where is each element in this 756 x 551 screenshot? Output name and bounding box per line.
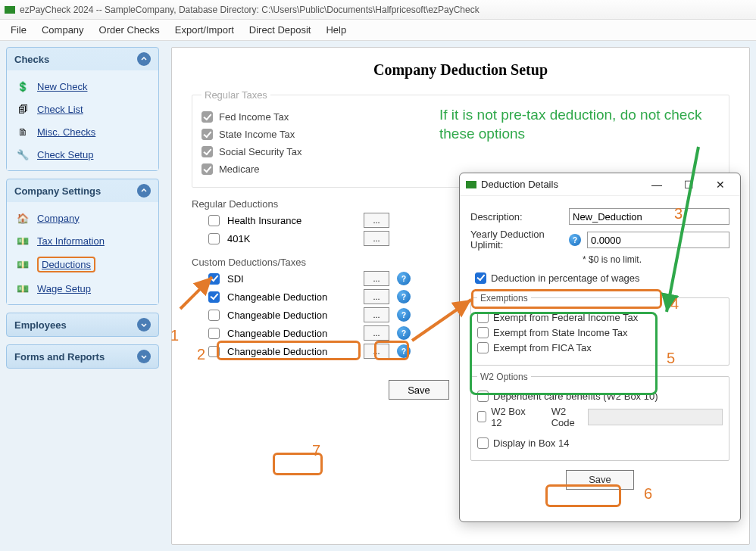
checkbox-sdi[interactable]: [208, 273, 220, 285]
help-icon[interactable]: ?: [397, 290, 411, 304]
checkbox-changeable-1[interactable]: [208, 291, 220, 303]
window-title: ezPayCheck 2024 -- SampleCompany, Databa…: [20, 5, 480, 15]
panel-forms-title: Forms and Reports: [14, 351, 105, 363]
panel-forms-header[interactable]: Forms and Reports: [7, 345, 158, 368]
panel-employees-title: Employees: [14, 319, 67, 331]
checkbox-exempt-state[interactable]: [477, 327, 489, 338]
menu-company[interactable]: Company: [34, 21, 92, 39]
regular-taxes-legend: Regular Taxes: [201, 89, 270, 101]
page-title: Company Deduction Setup: [192, 61, 729, 79]
app-icon: [466, 181, 476, 188]
annotation-2: 2: [197, 346, 205, 363]
deduction-details-dialog: Deduction Details — ☐ ✕ Description: Yea…: [459, 173, 741, 522]
chevron-up-icon: [137, 184, 151, 198]
menubar: File Company Order Checks Export/Import …: [0, 20, 756, 41]
dialog-title: Deduction Details: [481, 179, 558, 190]
panel-employees-header[interactable]: Employees: [7, 313, 158, 336]
panel-checks-header[interactable]: Checks: [7, 48, 158, 70]
exemptions-group: Exemptions Exempt from Federal Income Ta…: [470, 293, 729, 366]
help-icon[interactable]: ?: [397, 344, 411, 358]
checkbox-state-income-tax: [201, 129, 213, 140]
app-icon: [5, 6, 15, 14]
exemptions-legend: Exemptions: [477, 293, 531, 304]
help-icon[interactable]: ?: [397, 308, 411, 322]
w2-code-label: W2 Code: [551, 406, 583, 428]
annotation-4: 4: [670, 295, 679, 313]
checkbox-changeable-3[interactable]: [208, 328, 220, 339]
chevron-down-icon: [137, 350, 151, 363]
annotation-7: 7: [312, 442, 320, 459]
panel-settings-title: Company Settings: [14, 185, 101, 197]
menu-help[interactable]: Help: [318, 21, 354, 39]
dialog-titlebar: Deduction Details — ☐ ✕: [460, 173, 740, 196]
wrench-icon: 🔧: [14, 148, 31, 161]
w2-legend: W2 Options: [477, 372, 531, 382]
menu-file[interactable]: File: [3, 21, 34, 39]
details-401k[interactable]: ...: [364, 231, 389, 246]
titlebar: ezPayCheck 2024 -- SampleCompany, Databa…: [0, 0, 756, 20]
details-changeable-2[interactable]: ...: [364, 307, 389, 322]
details-health-insurance[interactable]: ...: [364, 213, 389, 228]
checkbox-display-box14[interactable]: [477, 437, 489, 449]
w2-options-group: W2 Options Dependent care benefits (W2 B…: [470, 372, 729, 461]
checkbox-medicare: [201, 163, 213, 175]
dialog-save-button[interactable]: Save: [566, 470, 634, 490]
percentage-label: Deduction in percentage of wages: [491, 272, 640, 284]
details-changeable-1[interactable]: ...: [364, 289, 389, 304]
sidebar-item-misc-checks[interactable]: 🗎Misc. Checks: [10, 120, 155, 143]
checkbox-401k[interactable]: [208, 233, 220, 244]
sidebar-item-company[interactable]: 🏠Company: [10, 207, 155, 229]
sidebar-item-new-check[interactable]: 💲New Check: [10, 75, 155, 98]
details-sdi[interactable]: ...: [364, 271, 389, 286]
dollar-icon: 💲: [14, 79, 31, 93]
checkbox-changeable-2[interactable]: [208, 310, 220, 321]
home-icon: 🏠: [14, 211, 31, 225]
annotation-5: 5: [667, 350, 675, 367]
save-button[interactable]: Save: [389, 380, 449, 400]
sidebar-item-check-setup[interactable]: 🔧Check Setup: [10, 143, 155, 166]
description-input[interactable]: [569, 208, 729, 225]
description-label: Description:: [470, 211, 563, 223]
info-icon[interactable]: ?: [569, 234, 581, 246]
help-icon[interactable]: ?: [397, 326, 411, 340]
checkbox-health-insurance[interactable]: [208, 215, 220, 226]
checkbox-exempt-fica[interactable]: [477, 342, 489, 353]
uplimit-label: Yearly Deduction Uplimit:: [470, 229, 563, 251]
annotation-1: 1: [170, 327, 179, 344]
annotation-6: 6: [644, 485, 652, 503]
sidebar-item-tax-information[interactable]: 💵Tax Information: [10, 229, 155, 252]
doc-icon: 🗎: [14, 125, 31, 139]
checkbox-percentage-of-wages[interactable]: [475, 272, 486, 284]
panel-checks: Checks 💲New Check 🗐Check List 🗎Misc. Che…: [6, 47, 159, 171]
checkbox-w2-box12[interactable]: [477, 411, 486, 422]
list-icon: 🗐: [14, 102, 31, 116]
w2-code-input[interactable]: [588, 409, 723, 425]
checkbox-exempt-federal[interactable]: [477, 312, 489, 323]
checkbox-social-security-tax: [201, 146, 213, 157]
close-button[interactable]: ✕: [705, 175, 736, 195]
checkbox-dependent-care[interactable]: [477, 391, 489, 402]
menu-export-import[interactable]: Export/Import: [167, 21, 242, 39]
panel-settings-header[interactable]: Company Settings: [7, 179, 158, 202]
checkbox-changeable-4[interactable]: [208, 346, 220, 357]
menu-order-checks[interactable]: Order Checks: [92, 21, 167, 39]
sidebar-item-wage-setup[interactable]: 💵Wage Setup: [10, 277, 155, 300]
menu-direct-deposit[interactable]: Direct Deposit: [242, 21, 319, 39]
details-changeable-4[interactable]: ...: [364, 344, 389, 359]
panel-settings: Company Settings 🏠Company 💵Tax Informati…: [6, 179, 159, 305]
help-icon[interactable]: ?: [397, 272, 411, 285]
sidebar-item-check-list[interactable]: 🗐Check List: [10, 98, 155, 120]
wage-icon: 💵: [14, 282, 31, 295]
chevron-down-icon: [137, 318, 151, 332]
percentage-row: Deduction in percentage of wages: [470, 269, 729, 287]
details-changeable-3[interactable]: ...: [364, 325, 389, 341]
deduct-icon: 💵: [14, 258, 31, 272]
panel-forms: Forms and Reports: [6, 344, 159, 369]
chevron-up-icon: [137, 52, 151, 66]
minimize-button[interactable]: —: [642, 175, 672, 195]
uplimit-input[interactable]: [587, 232, 729, 248]
uplimit-note: * $0 is no limit.: [583, 254, 729, 265]
sidebar-item-deductions[interactable]: 💵Deductions: [10, 252, 155, 277]
maximize-button[interactable]: ☐: [673, 175, 704, 195]
panel-checks-title: Checks: [14, 54, 49, 65]
